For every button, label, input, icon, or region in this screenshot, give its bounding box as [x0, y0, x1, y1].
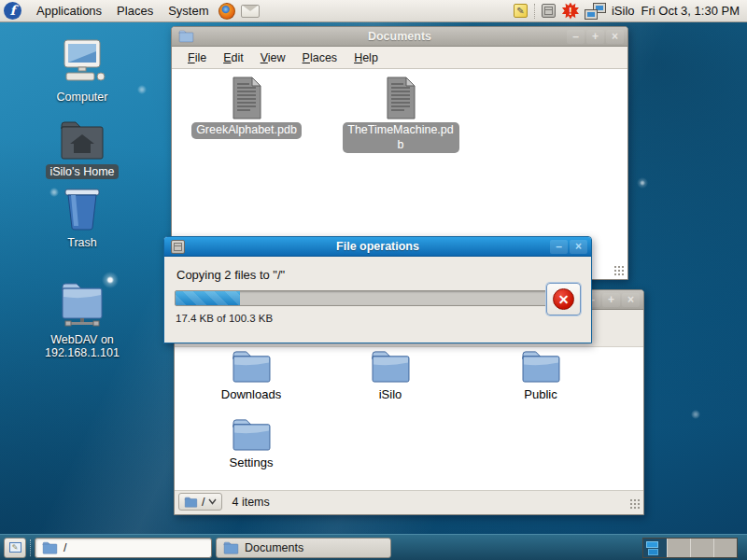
home-folder-icon [31, 119, 134, 162]
desktop-icon-webdav[interactable]: WebDAV on 192.168.1.101 [31, 280, 134, 360]
folder-icon [42, 541, 58, 554]
notes-applet-icon[interactable]: ✎ [514, 4, 528, 18]
copy-status-message: Copying 2 files to "/" [176, 268, 285, 282]
workspace-1[interactable] [643, 539, 667, 557]
folder-label: Settings [195, 455, 307, 469]
bottom-panel: ✎ / Documents [0, 534, 747, 560]
file-label: GreekAlphabet.pdb [191, 122, 302, 139]
menu-view[interactable]: View [252, 51, 294, 64]
location-label: / [202, 496, 204, 509]
folder-label: iSilo [334, 387, 446, 401]
file-thetimemachine[interactable]: TheTimeMachine.pdb [331, 77, 471, 153]
items-count: 4 items [232, 496, 269, 509]
dialog-title: File operations [164, 240, 591, 253]
folder-icon [485, 349, 597, 384]
top-panel: f Applications Places System ✎ ! iSilo F… [0, 0, 747, 22]
desktop-icon-computer[interactable]: Computer [31, 39, 134, 105]
network-monitors-icon[interactable] [585, 4, 605, 19]
workspace-3[interactable] [690, 539, 713, 557]
menu-applications[interactable]: Applications [29, 0, 109, 22]
desktop-icon-home[interactable]: iSilo's Home [31, 119, 134, 179]
chevron-down-icon [208, 498, 217, 505]
resize-grip[interactable] [629, 498, 641, 511]
documents-titlebar[interactable]: Documents – + × [172, 27, 627, 47]
progress-size-label: 17.4 KB of 100.3 KB [176, 313, 273, 324]
cancel-icon: ✕ [553, 288, 574, 310]
document-icon [331, 77, 471, 119]
location-button[interactable]: / [178, 493, 222, 511]
folder-downloads[interactable]: Downloads [195, 349, 307, 401]
cancel-copy-button[interactable]: ✕ [546, 283, 581, 315]
show-desktop-button[interactable]: ✎ [4, 538, 26, 558]
progress-bar [175, 290, 548, 306]
folder-settings[interactable]: Settings [195, 417, 307, 469]
folder-icon [195, 349, 307, 384]
menu-file[interactable]: File [179, 51, 215, 64]
folder-public[interactable]: Public [485, 349, 597, 401]
folder-icon [184, 497, 198, 508]
desktop-icon-trash[interactable]: Trash [31, 187, 134, 250]
desktop-icon-label: Trash [63, 235, 101, 250]
menu-places[interactable]: Places [109, 0, 161, 22]
taskbar-button-label: / [63, 541, 66, 554]
document-icon [176, 77, 317, 119]
maximize-button[interactable]: + [586, 30, 604, 44]
taskbar-button-documents[interactable]: Documents [216, 538, 391, 558]
computer-icon [31, 39, 134, 88]
root-file-view[interactable]: Downloads iSilo Public [175, 347, 643, 490]
folder-isilo[interactable]: iSilo [334, 349, 446, 401]
root-statusbar: / 4 items [175, 490, 643, 512]
workspace-switcher[interactable] [642, 538, 738, 558]
documents-menubar: File Edit View Places Help [172, 47, 627, 69]
folder-icon [178, 30, 194, 43]
panel-separator [30, 539, 31, 556]
network-folder-icon [31, 280, 134, 330]
file-label: TheTimeMachine.pdb [343, 122, 459, 153]
trash-icon [31, 187, 134, 233]
updates-alert-icon[interactable]: ! [562, 3, 579, 20]
desktop-icon-label: Computer [53, 90, 112, 105]
window-title: Documents [172, 30, 627, 43]
close-button[interactable]: × [622, 293, 640, 307]
folder-icon [195, 417, 307, 452]
file-greekalphabet[interactable]: GreekAlphabet.pdb [176, 77, 317, 139]
close-button[interactable]: × [606, 30, 624, 44]
menu-edit[interactable]: Edit [215, 51, 252, 64]
panel-clock[interactable]: Fri Oct 3, 1:30 PM [641, 4, 740, 18]
desktop-icon-label: WebDAV on 192.168.1.101 [32, 332, 133, 360]
file-manager-tray-icon[interactable] [542, 4, 556, 18]
panel-separator [534, 4, 535, 19]
taskbar-button-label: Documents [245, 541, 303, 554]
workspace-4[interactable] [713, 539, 737, 557]
maximize-button[interactable]: + [602, 293, 620, 307]
close-button[interactable]: × [570, 240, 587, 254]
taskbar-button-root[interactable]: / [35, 538, 212, 558]
folder-label: Downloads [195, 387, 307, 401]
menu-system[interactable]: System [161, 0, 216, 22]
file-operations-icon [171, 240, 185, 254]
folder-label: Public [485, 387, 597, 401]
fedora-menu-logo-icon[interactable]: f [4, 2, 21, 20]
resize-grip[interactable] [613, 265, 626, 277]
firefox-launcher-icon[interactable] [218, 3, 235, 20]
dialog-titlebar[interactable]: File operations – × [164, 237, 591, 257]
menu-places[interactable]: Places [294, 51, 346, 64]
email-launcher-icon[interactable] [241, 5, 260, 18]
file-operations-dialog: File operations – × Copying 2 files to "… [163, 236, 592, 343]
minimize-button[interactable]: – [550, 240, 568, 254]
progress-fill [176, 291, 240, 305]
folder-icon [334, 349, 446, 384]
desktop-icon-label: iSilo's Home [46, 164, 118, 179]
folder-icon [223, 541, 239, 554]
workspace-2[interactable] [667, 539, 690, 557]
user-switcher[interactable]: iSilo [612, 4, 635, 18]
show-desktop-icon: ✎ [9, 542, 21, 553]
minimize-button[interactable]: – [567, 30, 585, 44]
menu-help[interactable]: Help [345, 51, 387, 64]
